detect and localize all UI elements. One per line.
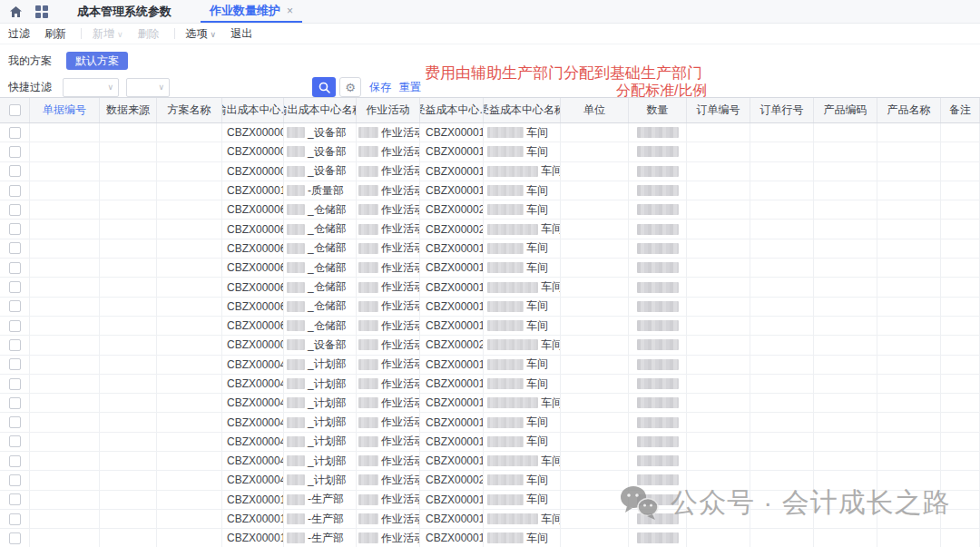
quick-filter-select-1[interactable]: ∨ — [63, 78, 119, 97]
cell — [100, 123, 157, 142]
cell — [561, 356, 629, 374]
row-checkbox[interactable] — [9, 185, 21, 197]
table-row[interactable]: CBZX000060_仓储部作业活动CBZX000014车间 — [0, 239, 980, 259]
column-header[interactable]: 订单编号 — [687, 98, 750, 122]
table-row[interactable]: CBZX000013-生产部作业活动CBZX000010车间 — [0, 491, 980, 510]
table-row[interactable]: CBZX000009_设备部作业活动CBZX000019车间 — [0, 162, 980, 181]
column-header[interactable]: 数据来源 — [100, 98, 157, 122]
column-header[interactable]: 产品编码 — [814, 98, 877, 122]
cell-benefit-cost-center-name: 车间 — [484, 123, 561, 142]
table-row[interactable]: CBZX000009_设备部作业活动CBZX000015车间 — [0, 123, 980, 142]
cell — [750, 220, 814, 238]
cell-quantity — [629, 413, 687, 431]
row-checkbox[interactable] — [9, 378, 21, 390]
row-checkbox[interactable] — [9, 204, 21, 216]
table-row[interactable]: CBZX000040_计划部作业活动CBZX000014车间 — [0, 394, 980, 413]
chevron-down-icon: ∨ — [117, 30, 123, 39]
row-checkbox[interactable] — [9, 262, 21, 274]
row-checkbox[interactable] — [9, 281, 21, 293]
table-row[interactable]: CBZX000060_仓储部作业活动CBZX000012车间 — [0, 278, 980, 297]
options-button[interactable]: 选项∨ — [186, 26, 217, 42]
tab-cost-system-params[interactable]: 成本管理系统参数 — [68, 0, 181, 23]
table-row[interactable]: CBZX000009_设备部作业活动CBZX000017车间 — [0, 142, 980, 161]
select-all-checkbox[interactable] — [9, 104, 21, 116]
row-checkbox[interactable] — [9, 513, 21, 525]
refresh-button[interactable]: 刷新 — [44, 26, 66, 42]
row-checkbox[interactable] — [9, 455, 21, 467]
redacted-text — [358, 494, 378, 505]
table-row[interactable]: CBZX000040_计划部作业活动CBZX000010车间 — [0, 356, 980, 375]
column-header[interactable]: 单据编号 — [30, 98, 100, 122]
row-checkbox[interactable] — [9, 532, 21, 544]
cell — [687, 510, 750, 528]
column-header[interactable]: 输出成本中心... — [222, 98, 284, 122]
reset-button[interactable]: 重置 — [399, 80, 421, 95]
cell-benefit-cost-center: CBZX000019 — [420, 452, 484, 470]
row-checkbox[interactable] — [9, 397, 21, 409]
row-checkbox[interactable] — [9, 146, 21, 158]
row-checkbox[interactable] — [9, 435, 21, 447]
cell — [877, 239, 941, 258]
table-row[interactable]: CBZX000016-质量部作业活动CBZX000010车间 — [0, 181, 980, 200]
row-checkbox[interactable] — [9, 358, 21, 370]
settings-button[interactable]: ⚙ — [339, 77, 361, 97]
table-row[interactable]: CBZX000013-生产部作业活动CBZX000014车间 — [0, 529, 980, 547]
row-checkbox[interactable] — [9, 493, 21, 505]
redacted-quantity — [637, 301, 679, 312]
column-header[interactable]: 单位 — [561, 98, 629, 122]
cell — [750, 452, 814, 470]
cell — [877, 181, 941, 200]
column-header[interactable]: 备注 — [941, 98, 980, 122]
tab-activity-qty-maintenance[interactable]: 作业数量维护 × — [201, 0, 302, 23]
cell — [30, 433, 100, 451]
row-checkbox[interactable] — [9, 320, 21, 332]
table-row[interactable]: CBZX000060_仓储部作业活动CBZX000010车间 — [0, 259, 980, 278]
table-row[interactable]: CBZX000060_仓储部作业活动CBZX000017车间 — [0, 317, 980, 336]
column-header[interactable]: 产品名称 — [877, 98, 941, 122]
row-checkbox[interactable] — [9, 223, 21, 235]
column-header[interactable]: 订单行号 — [750, 98, 814, 122]
cell-output-cost-center-name: _仓储部 — [284, 298, 357, 316]
row-checkbox[interactable] — [9, 339, 21, 351]
filter-button[interactable]: 过滤 — [8, 26, 30, 42]
column-header[interactable]: 受益成本中心名称 — [484, 98, 561, 122]
table-row[interactable]: CBZX000060_仓储部作业活动CBZX000015车间 — [0, 298, 980, 317]
row-checkbox[interactable] — [9, 416, 21, 428]
redacted-text — [487, 166, 538, 177]
column-header[interactable]: 受益成本中心... — [420, 98, 484, 122]
quick-filter-select-2[interactable]: ∨ — [126, 78, 170, 97]
table-row[interactable]: CBZX000040_计划部作业活动CBZX000017车间 — [0, 433, 980, 452]
cell — [687, 452, 750, 470]
table-row[interactable]: CBZX000060_仓储部作业活动CBZX000022车间 — [0, 220, 980, 239]
table-row[interactable]: CBZX000060_仓储部作业活动CBZX000020车间 — [0, 200, 980, 220]
cell-benefit-cost-center-name: 车间 — [484, 510, 561, 528]
table-row[interactable]: CBZX000009_设备部作业活动CBZX000022车间 — [0, 336, 980, 355]
row-checkbox[interactable] — [9, 300, 21, 312]
default-plan-button[interactable]: 默认方案 — [66, 52, 128, 70]
cell-quantity — [629, 394, 687, 412]
exit-button[interactable]: 退出 — [230, 26, 252, 42]
table-row[interactable]: CBZX000040_计划部作业活动CBZX000015车间 — [0, 413, 980, 432]
cell-benefit-cost-center: CBZX000012 — [420, 278, 484, 296]
row-checkbox[interactable] — [9, 165, 21, 177]
redacted-quantity — [637, 262, 679, 273]
column-header[interactable]: 方案名称 — [157, 98, 222, 122]
redacted-text — [287, 146, 305, 157]
row-checkbox[interactable] — [9, 242, 21, 254]
table-row[interactable]: CBZX000040_计划部作业活动CBZX000019车间 — [0, 452, 980, 471]
column-header[interactable]: 输出成本中心名称 — [284, 98, 357, 122]
search-button[interactable] — [312, 77, 336, 97]
table-row[interactable]: CBZX000013-生产部作业活动CBZX000012车间 — [0, 510, 980, 529]
cell-output-cost-center-name: -质量部 — [284, 181, 357, 200]
cell-benefit-cost-center: CBZX000022 — [420, 471, 484, 489]
row-checkbox[interactable] — [9, 474, 21, 486]
row-checkbox[interactable] — [9, 127, 21, 139]
column-header[interactable]: 作业活动 — [357, 98, 420, 122]
apps-grid-icon[interactable] — [35, 0, 48, 23]
column-header[interactable]: 数量 — [629, 98, 687, 122]
home-icon[interactable] — [9, 0, 23, 23]
table-row[interactable]: CBZX000040_计划部作业活动CBZX000012车间 — [0, 375, 980, 394]
tab-close-icon[interactable]: × — [287, 5, 293, 17]
table-row[interactable]: CBZX000040_计划部作业活动CBZX000022车间 — [0, 471, 980, 490]
save-button[interactable]: 保存 — [369, 80, 391, 95]
